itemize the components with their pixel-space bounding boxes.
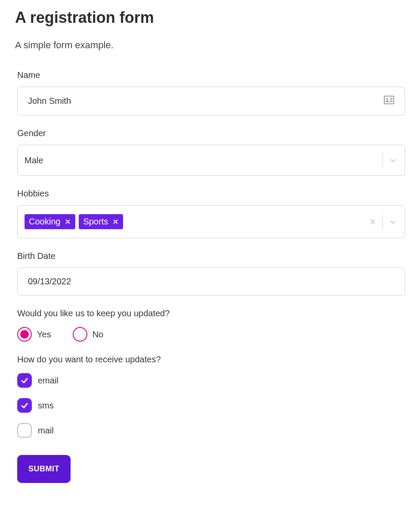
registration-form: Name Gender Male	[15, 70, 405, 483]
radio-no-label: No	[93, 330, 104, 339]
close-icon[interactable]: ✕	[112, 218, 119, 226]
gender-select[interactable]: Male	[17, 145, 405, 176]
name-label: Name	[17, 70, 405, 80]
radio-no[interactable]: No	[73, 327, 104, 342]
checkbox-sms-label: sms	[38, 401, 54, 411]
radio-icon-selected	[17, 327, 32, 342]
chevron-down-icon[interactable]	[388, 217, 398, 227]
name-input[interactable]	[28, 96, 384, 106]
birthdate-input[interactable]	[28, 277, 394, 287]
gender-selected-value: Male	[18, 145, 371, 175]
separator	[383, 215, 383, 229]
birthdate-input-wrapper[interactable]	[17, 268, 405, 296]
select-indicators	[371, 145, 405, 175]
submit-button[interactable]: SUBMIT	[17, 455, 71, 483]
name-field-group: Name	[17, 70, 405, 115]
updates-field-group: Would you like us to keep you updated? Y…	[17, 308, 405, 342]
close-icon[interactable]: ✕	[65, 218, 71, 226]
updates-radio-group: Yes No	[17, 327, 405, 342]
radio-yes-label: Yes	[37, 330, 51, 339]
birthdate-label: Birth Date	[17, 251, 405, 261]
channels-checkbox-group: email sms mail	[17, 373, 405, 438]
checkbox-email-label: email	[38, 376, 59, 386]
separator	[383, 153, 383, 167]
gender-field-group: Gender Male	[17, 128, 405, 176]
tag-label: Sports	[83, 217, 108, 227]
clear-icon[interactable]	[368, 217, 377, 227]
checkbox-mail[interactable]: mail	[17, 423, 405, 438]
svg-point-1	[386, 98, 388, 100]
hobby-tag-cooking: Cooking ✕	[25, 214, 75, 229]
radio-icon-unselected	[73, 327, 87, 342]
channels-field-group: How do you want to receive updates? emai…	[17, 355, 405, 438]
channels-label: How do you want to receive updates?	[17, 355, 405, 364]
gender-label: Gender	[17, 128, 405, 138]
checkbox-mail-label: mail	[38, 426, 54, 436]
id-card-icon	[384, 96, 394, 106]
checkbox-icon-unchecked	[17, 423, 32, 438]
page-subtitle: A simple form example.	[15, 40, 405, 51]
hobbies-label: Hobbies	[17, 189, 405, 199]
hobbies-field-group: Hobbies Cooking ✕ Sports ✕	[17, 189, 405, 238]
radio-yes[interactable]: Yes	[17, 327, 51, 342]
select-indicators	[361, 206, 405, 238]
chevron-down-icon[interactable]	[388, 156, 398, 165]
birthdate-field-group: Birth Date	[17, 251, 405, 296]
name-input-wrapper[interactable]	[17, 87, 405, 115]
page-title: A registration form	[15, 9, 405, 27]
checkbox-email[interactable]: email	[17, 373, 405, 388]
checkbox-icon-checked	[17, 373, 32, 388]
checkbox-icon-checked	[17, 398, 32, 413]
hobbies-tags: Cooking ✕ Sports ✕	[18, 206, 361, 238]
hobby-tag-sports: Sports ✕	[79, 214, 123, 229]
tag-label: Cooking	[29, 217, 60, 227]
checkbox-sms[interactable]: sms	[17, 398, 405, 413]
hobbies-select[interactable]: Cooking ✕ Sports ✕	[17, 205, 405, 238]
updates-label: Would you like us to keep you updated?	[17, 308, 405, 318]
